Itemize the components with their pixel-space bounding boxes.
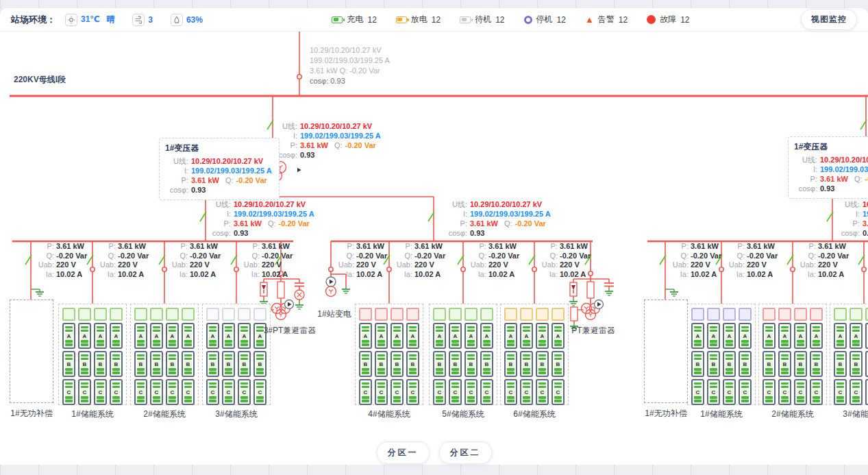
battery-cluster-letter: C (169, 389, 176, 395)
storage-system-block[interactable]: ABCABCABCABC1#储能系统 (687, 304, 756, 405)
view-monitor-button[interactable]: 视图监控 (801, 9, 857, 30)
feeder-label: Uab: (540, 260, 558, 270)
storage-column: ABC (406, 308, 419, 401)
battery-cell-B: B (406, 351, 419, 377)
measure-row: U线:10.29/10.20/10.27 kV (165, 156, 272, 166)
battery-cell-A: A (406, 323, 419, 349)
feeder-label: P: (727, 242, 745, 252)
storage-system-block[interactable]: ABCABCABCABC1#储能系统 (58, 304, 127, 405)
incoming-readings: 10.29/10.20/10.27 kV199.02/199.03/199.25… (310, 45, 390, 86)
battery-cluster-letter: A (409, 333, 417, 339)
winding-icon (584, 306, 586, 308)
storage-system-block[interactable]: ABCABCABCABC5#储能系统 (429, 304, 497, 405)
feeder-row: P:3.61 kW (395, 242, 445, 252)
battery-cluster-letter: C (209, 389, 216, 395)
feeder-label: Q: (727, 252, 745, 261)
battery-cell-C: C (794, 379, 807, 405)
storage-column: ABC (480, 308, 493, 401)
storage-system-block[interactable]: ABCABCABCABC3#储能系统 (830, 304, 868, 405)
legend-label: 放电 (411, 14, 427, 25)
feeder-value: 10.02 A (747, 270, 773, 280)
battery-cell-A: A (359, 323, 372, 349)
battery-cluster-letter: C (797, 389, 804, 395)
storage-system-block[interactable]: ABCABCABCABC2#储能系统 (130, 304, 199, 405)
battery-cell-C: C (359, 379, 372, 405)
battery-cell-C: C (778, 379, 791, 405)
battery-cluster-letter: B (483, 361, 491, 367)
temperature-weather-value: 31℃ 晴 (81, 14, 114, 25)
feeder-value: 220 V (414, 260, 434, 270)
battery-cluster-letter: B (710, 361, 717, 367)
feeder-row: Q:-0.20 Var (798, 252, 849, 261)
node-icon (791, 267, 795, 271)
feeder-row: Uab:220 V (170, 260, 221, 270)
storage-system-block[interactable]: ABCABCABCABC4#储能系统 (355, 304, 423, 405)
incoming-row: 10.29/10.20/10.27 kV (310, 45, 390, 56)
reactive-compensation-box[interactable]: 1#无功补偿 (644, 300, 688, 403)
standby-icon (460, 16, 471, 23)
storage-system-block[interactable]: ABCABCABCABC3#储能系统 (202, 304, 271, 405)
feeder-value: -0.20 Var (262, 252, 293, 261)
winding-icon (586, 306, 588, 308)
toolbar: 站场环境： 31℃ 晴 3 63% 充电12放电12待机12停机12▲告警12×… (0, 8, 868, 32)
battery-cell-C: C (222, 379, 235, 405)
battery-cell-C: C (480, 379, 493, 405)
feeder-label: Uab: (671, 260, 689, 270)
converter-status-red (794, 308, 807, 321)
measure-value: -0.20 Var (279, 219, 310, 228)
battery-cell-A: A (238, 323, 251, 349)
reactive-compensation-box[interactable]: 1#无功补偿 (10, 300, 53, 403)
feeder-readings: P:3.61 kWQ:-0.20 VarUab:220 VIa:10.02 A (798, 242, 849, 279)
converter-status-red (390, 308, 404, 321)
measure-row: P:3.61 kWQ:-0.20 Var (274, 141, 381, 150)
wind-value: 3 (148, 15, 153, 25)
storage-system-label: 5#储能系统 (430, 409, 497, 420)
converter-status-purple (723, 308, 736, 321)
storage-system-block[interactable]: ABCABCABCABC2#储能系统 (758, 304, 827, 405)
zone-two-button[interactable]: 分区二 (439, 441, 492, 464)
feeder-value: -0.20 Var (118, 252, 149, 261)
feeder-label: Q: (395, 252, 412, 261)
feeder-label: Ia: (336, 270, 354, 280)
feeder-value: 3.61 kW (262, 242, 290, 252)
feeder-label: Uab: (36, 260, 54, 270)
battery-cluster-letter: A (451, 333, 459, 339)
single-line-diagram: QSQFRLQFMTaQSQFRLQFMTa 220KV母线I段 分区一 分区二… (0, 0, 868, 475)
feeder-label: Q: (98, 252, 116, 261)
feeder-label: Q: (336, 252, 354, 261)
battery-cluster-letter: A (81, 333, 88, 339)
measure-row: cosφ:0.93 (274, 150, 381, 160)
measure-row: I:199.02/199.03/199.25 A (444, 209, 551, 219)
feeder-row: Uab:220 V (671, 260, 721, 270)
battery-cell-A: A (182, 323, 195, 349)
battery-cell-B: B (794, 351, 807, 377)
measure-label: U线: (208, 199, 231, 209)
feeder-row: Uab:220 V (727, 260, 778, 270)
converter-status-green (834, 308, 847, 321)
feeder-label: Uab: (395, 260, 412, 270)
incoming-row: cosφ: 0.93 (310, 76, 390, 86)
feeder-value: -0.20 Var (691, 252, 721, 261)
battery-cell-A: A (723, 323, 736, 349)
storage-column: ABC (94, 308, 107, 401)
feeder-value: -0.20 Var (190, 252, 221, 261)
converter-status-orange (520, 308, 533, 321)
battery-cluster-letter: A (507, 333, 514, 339)
zone-one-button[interactable]: 分区一 (377, 441, 430, 464)
alarm-icon: ▲ (585, 15, 594, 24)
battery-cell-B: B (134, 351, 147, 377)
storage-system-block[interactable]: ABCABCABCABC6#储能系统 (500, 304, 569, 405)
battery-cell-B: B (691, 351, 704, 377)
stop-icon (524, 16, 532, 24)
legend-item-stop: 停机12 (524, 14, 566, 25)
converter-status-purple (739, 308, 752, 321)
battery-cluster-letter: C (81, 389, 88, 395)
feeder-readings: P:3.61 kWQ:-0.20 VarUab:220 VIa:10.02 A (540, 242, 591, 279)
battery-cluster-letter: A (710, 333, 717, 339)
storage-column: ABC (449, 308, 462, 401)
battery-cluster-letter: A (240, 333, 248, 339)
battery-cluster-letter: C (153, 389, 160, 395)
measurement-block: U线:10.29/10.20/10.27 kVI:199.02/199.03/1… (444, 199, 551, 238)
battery-cell-C: C (182, 379, 195, 405)
feeder-label: P: (170, 242, 188, 252)
